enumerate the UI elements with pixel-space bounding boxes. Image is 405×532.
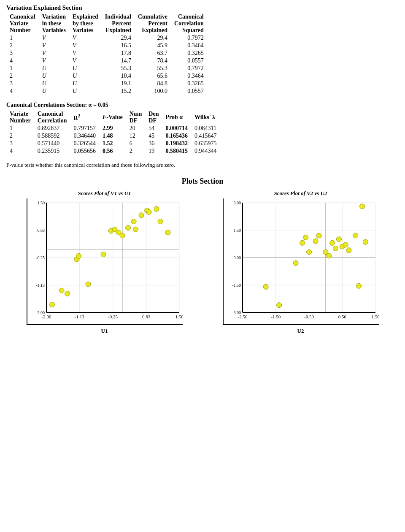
data-point — [363, 239, 368, 244]
row-num: 4 — [6, 57, 39, 65]
row-cum: 63.7 — [135, 49, 171, 57]
row-var1: V — [39, 49, 69, 57]
row-var2: U — [69, 65, 102, 72]
data-point — [59, 288, 64, 293]
plots-section: Plots Section Scores Plot of V1 vs U1 V1… — [6, 177, 399, 334]
plot2-title: Scores Plot of V2 vs U2 — [274, 190, 327, 197]
plots-container: Scores Plot of V1 vs U1 V1 -2.00-1.13-0.… — [6, 190, 399, 334]
data-point — [316, 233, 321, 238]
row-var2: V — [69, 34, 102, 42]
corr-cc: 0.571440 — [34, 140, 70, 147]
corr-prob: 0.580415 — [162, 147, 191, 155]
col-header-2: Variationin theseVariables — [39, 13, 69, 34]
data-point — [158, 219, 163, 224]
plot1-svg: -2.00-1.13-0.250.631.501.500.63-0.25-1.1… — [27, 198, 183, 325]
data-point — [359, 204, 364, 209]
corr-numdf: 12 — [126, 132, 146, 140]
row-var1: V — [39, 57, 69, 65]
corr-r2: 0.797157 — [70, 125, 100, 132]
corr-cc: 0.588592 — [34, 132, 70, 140]
row-num: 3 — [6, 80, 39, 87]
variation-row: 4 V V 14.7 78.4 0.0557 — [6, 57, 207, 65]
data-point — [313, 239, 318, 244]
row-var1: V — [39, 34, 69, 42]
data-point — [86, 282, 91, 287]
corr-prob: 0.165436 — [162, 132, 191, 140]
data-point — [133, 227, 138, 232]
row-ind: 19.1 — [102, 80, 135, 87]
corr-col-5: NumDF — [126, 110, 146, 125]
corr-col-8: Wilks' λ — [191, 110, 220, 125]
data-point — [353, 233, 358, 238]
row-var2: V — [69, 49, 102, 57]
corr-wilks: 0.944344 — [191, 147, 220, 155]
corr-col-2: CanonicalCorrelation — [34, 110, 70, 125]
corr-wilks: 0.635975 — [191, 140, 220, 147]
corr-num: 1 — [6, 125, 34, 132]
corr-r2: 0.346440 — [70, 132, 100, 140]
data-point — [76, 253, 81, 258]
corr-numdf: 6 — [126, 140, 146, 147]
corr-numdf: 2 — [126, 147, 146, 155]
row-ind: 10.4 — [102, 72, 135, 80]
row-ind: 55.3 — [102, 65, 135, 72]
variation-row: 1 V V 29.4 29.4 0.7972 — [6, 34, 207, 42]
svg-text:-3.00: -3.00 — [232, 310, 241, 315]
row-ind: 16.5 — [102, 42, 135, 49]
svg-text:-1.50: -1.50 — [271, 314, 281, 319]
corr-cc: 0.892837 — [34, 125, 70, 132]
data-point — [293, 261, 298, 266]
data-point — [263, 284, 268, 289]
corr-dendf: 45 — [145, 132, 162, 140]
corr-fval: 1.52 — [99, 140, 126, 147]
correlation-section: Canonical Correlations Section: α = 0.05… — [6, 102, 399, 168]
svg-text:-0.25: -0.25 — [108, 314, 118, 319]
data-point — [120, 233, 125, 238]
data-point — [336, 237, 341, 242]
col-header-4: IndividualPercentExplained — [102, 13, 135, 34]
plot2-area: -2.50-1.50-0.500.501.503.001.500.00-1.50… — [223, 198, 379, 327]
col-header-1: CanonicalVariateNumber — [6, 13, 39, 34]
data-point — [154, 206, 159, 212]
row-corr: 0.3265 — [171, 80, 207, 87]
svg-text:0.50: 0.50 — [338, 314, 346, 319]
plot1-xlabel: U1 — [101, 328, 108, 334]
corr-num: 2 — [6, 132, 34, 140]
data-point — [300, 240, 305, 245]
corr-fval: 1.48 — [99, 132, 126, 140]
corr-wilks: 0.084311 — [191, 125, 220, 132]
data-point — [165, 230, 170, 235]
col-header-6: CanonicalCorrelationSquared — [171, 13, 207, 34]
variation-row: 4 U U 15.2 100.0 0.0557 — [6, 87, 207, 95]
corr-col-6: DenDF — [145, 110, 162, 125]
svg-text:3.00: 3.00 — [233, 201, 241, 205]
variation-row: 3 V V 17.8 63.7 0.3265 — [6, 49, 207, 57]
variation-table: CanonicalVariateNumber Variationin these… — [6, 13, 207, 95]
data-point — [329, 240, 335, 245]
corr-dendf: 19 — [145, 147, 162, 155]
data-point — [131, 219, 136, 224]
corr-fval: 0.56 — [99, 147, 126, 155]
row-cum: 100.0 — [135, 87, 171, 95]
row-num: 2 — [6, 42, 39, 49]
plot2-xlabel: U2 — [297, 328, 304, 334]
plot1-area: -2.00-1.13-0.250.631.501.500.63-0.25-1.1… — [27, 198, 183, 327]
data-point — [356, 283, 361, 288]
row-corr: 0.0557 — [171, 57, 207, 65]
row-var2: U — [69, 87, 102, 95]
correlation-table: VariateNumber CanonicalCorrelation R2 F-… — [6, 110, 220, 155]
data-point — [65, 291, 70, 296]
data-point — [49, 302, 54, 307]
row-var1: V — [39, 42, 69, 49]
svg-text:1.50: 1.50 — [37, 201, 45, 205]
variation-row: 2 V V 16.5 45.9 0.3464 — [6, 42, 207, 49]
correlation-row: 4 0.235915 0.055656 0.56 2 19 0.580415 0… — [6, 147, 220, 155]
variation-row: 3 U U 19.1 84.8 0.3265 — [6, 80, 207, 87]
corr-dendf: 36 — [145, 140, 162, 147]
plot2-svg: -2.50-1.50-0.500.501.503.001.500.00-1.50… — [223, 198, 379, 325]
data-point — [346, 248, 351, 253]
variation-section: Variation Explained Section CanonicalVar… — [6, 4, 399, 95]
row-var1: U — [39, 65, 69, 72]
row-ind: 14.7 — [102, 57, 135, 65]
plot1-wrapper: Scores Plot of V1 vs U1 V1 -2.00-1.13-0.… — [12, 190, 197, 334]
